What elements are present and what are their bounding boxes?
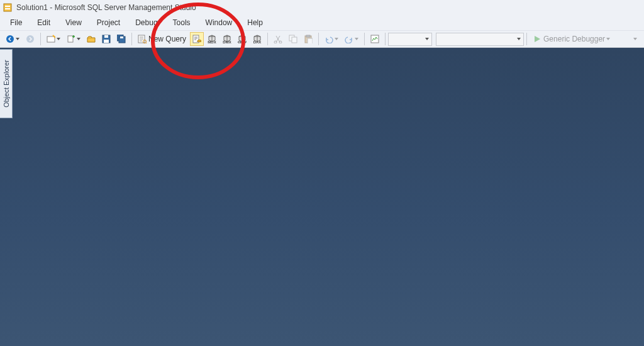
new-query-label: New Query xyxy=(147,35,186,43)
svg-rect-1 xyxy=(5,6,10,7)
svg-rect-12 xyxy=(120,36,123,38)
object-explorer-label: Object Explorer xyxy=(3,60,10,108)
undo-button[interactable] xyxy=(322,32,341,46)
separator xyxy=(364,33,365,45)
svg-point-16 xyxy=(197,40,201,42)
svg-point-3 xyxy=(6,35,14,43)
menu-tools[interactable]: Tools xyxy=(165,16,198,30)
separator xyxy=(385,33,386,45)
copy-button[interactable] xyxy=(286,32,300,46)
svg-rect-5 xyxy=(47,36,55,42)
start-debug-button[interactable]: Generic Debugger xyxy=(530,32,613,46)
save-button[interactable] xyxy=(99,32,113,46)
paste-button[interactable] xyxy=(301,32,315,46)
svg-rect-8 xyxy=(104,35,108,38)
dax-query-button[interactable]: DAX xyxy=(250,32,264,46)
svg-rect-24 xyxy=(292,37,297,43)
menu-window[interactable]: Window xyxy=(198,16,240,30)
title-bar: Solution1 - Microsoft SQL Server Managem… xyxy=(0,0,644,15)
separator xyxy=(267,33,268,45)
debugger-label: Generic Debugger xyxy=(541,35,605,43)
dropdown-arrow-icon xyxy=(355,38,358,40)
object-explorer-tab[interactable]: Object Explorer xyxy=(0,49,13,118)
menu-view[interactable]: View xyxy=(58,16,89,30)
new-query-button[interactable]: New Query xyxy=(135,32,189,46)
nav-back-button[interactable] xyxy=(3,32,22,46)
dropdown-arrow-icon xyxy=(335,38,338,40)
find-combo[interactable] xyxy=(628,32,641,46)
dropdown-arrow-icon xyxy=(77,38,80,40)
nav-forward-button[interactable] xyxy=(23,32,37,46)
dropdown-arrow-icon xyxy=(16,38,19,40)
dropdown-arrow-icon xyxy=(606,38,610,40)
save-all-button[interactable] xyxy=(114,32,128,46)
menu-project[interactable]: Project xyxy=(89,16,128,30)
svg-point-4 xyxy=(26,35,34,43)
svg-rect-0 xyxy=(4,4,11,11)
menu-file[interactable]: File xyxy=(3,16,30,30)
add-item-button[interactable] xyxy=(64,32,83,46)
activity-monitor-button[interactable] xyxy=(368,32,382,46)
svg-text:MDX: MDX xyxy=(208,40,216,43)
solution-configurations-combo[interactable] xyxy=(388,33,432,46)
dropdown-arrow-icon xyxy=(57,38,60,40)
toolbar: New Query MDX DMX XMLA DAX xyxy=(0,30,644,48)
window-title: Solution1 - Microsoft SQL Server Managem… xyxy=(16,3,196,12)
svg-rect-6 xyxy=(68,36,73,42)
dropdown-arrow-icon xyxy=(517,38,521,40)
svg-rect-26 xyxy=(306,35,310,37)
svg-text:DMX: DMX xyxy=(223,40,231,43)
cut-button[interactable] xyxy=(271,32,285,46)
menu-debug[interactable]: Debug xyxy=(128,16,165,30)
menu-help[interactable]: Help xyxy=(240,16,270,30)
separator xyxy=(526,33,527,45)
svg-rect-27 xyxy=(308,38,313,43)
open-button[interactable] xyxy=(84,32,98,46)
xmla-query-button[interactable]: XMLA xyxy=(235,32,249,46)
menu-edit[interactable]: Edit xyxy=(30,16,58,30)
separator xyxy=(131,33,132,45)
dropdown-arrow-icon xyxy=(633,38,637,40)
svg-text:DAX: DAX xyxy=(253,40,262,43)
svg-text:XMLA: XMLA xyxy=(238,40,247,43)
work-area: Object Explorer xyxy=(0,48,644,346)
svg-rect-9 xyxy=(104,40,109,43)
mdx-query-button[interactable]: MDX xyxy=(205,32,219,46)
svg-rect-2 xyxy=(5,8,10,9)
solution-platforms-combo[interactable] xyxy=(436,33,524,46)
database-engine-query-button[interactable] xyxy=(190,32,204,46)
new-project-button[interactable] xyxy=(44,32,63,46)
dmx-query-button[interactable]: DMX xyxy=(220,32,234,46)
separator xyxy=(40,33,41,45)
redo-button[interactable] xyxy=(342,32,361,46)
menu-bar: File Edit View Project Debug Tools Windo… xyxy=(0,15,644,30)
dropdown-arrow-icon xyxy=(425,38,429,40)
app-icon xyxy=(3,3,13,13)
separator xyxy=(318,33,319,45)
